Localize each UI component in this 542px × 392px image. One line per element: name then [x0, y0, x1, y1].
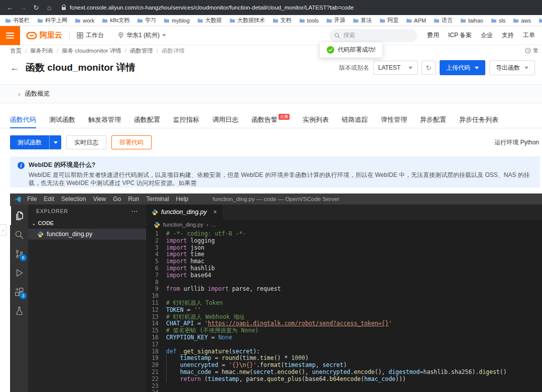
code-token: .: [350, 368, 354, 375]
bookmark-item[interactable]: 语言: [434, 17, 453, 24]
bookmark-item[interactable]: 阿里: [379, 17, 398, 24]
menu-item[interactable]: View: [89, 195, 109, 203]
tab-item[interactable]: 调用日志: [212, 111, 238, 128]
menu-item[interactable]: Help: [173, 195, 192, 203]
back-icon[interactable]: ←: [4, 4, 16, 12]
console-search-input[interactable]: 搜索: [329, 29, 417, 42]
line-number: 7: [146, 272, 166, 279]
menu-item[interactable]: File: [24, 195, 40, 203]
breadcrumb-item[interactable]: 函数详情: [162, 47, 185, 55]
menu-item[interactable]: Selection: [58, 195, 89, 203]
tab-item[interactable]: 函数代码: [10, 111, 36, 128]
region-selector[interactable]: 华东1 (杭州): [118, 31, 166, 40]
region-label: 华东1 (杭州): [126, 31, 160, 40]
bookmark-item[interactable]: 大数据: [197, 17, 222, 24]
console-nav-item[interactable]: 支持: [502, 31, 514, 40]
breadcrumb-item[interactable]: 服务列表: [30, 47, 53, 55]
more-actions-icon[interactable]: ⋯: [131, 208, 138, 215]
address-bar[interactable]: fcnext.console.aliyun.com/cn-hangzhou/se…: [61, 5, 354, 11]
bookmark-item[interactable]: aws: [513, 18, 531, 24]
menu-item[interactable]: Terminal: [143, 195, 172, 203]
back-button[interactable]: ←: [10, 63, 19, 73]
editor-tab[interactable]: function_ding.py ×: [146, 205, 222, 220]
console-nav-item[interactable]: ICP 备案: [448, 31, 472, 40]
code-editor[interactable]: 1# -*- coding: utf-8 -*-2import logging3…: [146, 230, 542, 392]
function-overview-section[interactable]: › 函数概览: [0, 84, 542, 103]
test-function-button[interactable]: 测试函数: [10, 135, 61, 149]
version-select[interactable]: LATEST: [373, 61, 418, 75]
tab-item[interactable]: 监控指标: [173, 111, 199, 128]
menu-item[interactable]: Edit: [40, 195, 58, 203]
file-item[interactable]: function_ding.py: [28, 229, 146, 240]
bookmark-item[interactable]: APM: [406, 18, 426, 24]
console-nav-item[interactable]: 工单: [523, 31, 535, 40]
bookmark-label: 大数据: [205, 17, 222, 24]
search-icon[interactable]: [10, 225, 28, 244]
bookmark-item[interactable]: sls: [491, 18, 505, 24]
browser-toolbar: ← → ↻ ⌂ fcnext.console.aliyun.com/cn-han…: [0, 0, 542, 15]
bookmark-item[interactable]: 文档: [273, 17, 292, 24]
live-log-button[interactable]: 实时日志: [66, 135, 106, 149]
breadcrumb-item[interactable]: 首页: [10, 47, 22, 55]
export-function-button[interactable]: 导出函数: [489, 60, 535, 75]
code-token: (: [361, 375, 364, 382]
tab-label: 链路追踪: [342, 115, 368, 124]
bookmark-item[interactable]: 书签栏: [5, 17, 30, 24]
testing-icon[interactable]: [10, 301, 28, 320]
menu-item[interactable]: Run: [124, 195, 143, 203]
home-icon[interactable]: ⌂: [43, 4, 55, 12]
workbench-link[interactable]: 工作台: [77, 31, 104, 40]
close-tab-icon[interactable]: ×: [213, 209, 217, 216]
code-token: timestamp: [180, 354, 211, 361]
notice-body: WebIDE 是可以帮助开发者快速进行代码测试，以及项目构建、依赖安装，但是 W…: [29, 171, 532, 187]
bookmark-item[interactable]: devops: [538, 18, 542, 24]
explorer-section-code[interactable]: ⌄ CODE: [28, 218, 146, 229]
extensions-icon[interactable]: 3: [10, 282, 28, 301]
editor-breadcrumb[interactable]: function_ding.py › ...: [146, 220, 542, 230]
test-function-dropdown[interactable]: [49, 135, 61, 149]
console-nav-item[interactable]: 费用: [427, 31, 439, 40]
bookmark-item[interactable]: taihao: [460, 18, 483, 24]
bookmark-item[interactable]: myblog: [164, 18, 189, 24]
chevron-down-icon: ⌄: [32, 221, 36, 226]
bookmark-item[interactable]: k8s文档: [102, 17, 129, 24]
code-line: 6import hashlib: [146, 265, 542, 272]
deploy-code-button[interactable]: 部署代码: [111, 135, 152, 149]
refresh-button[interactable]: ↻: [422, 61, 436, 75]
source-control-icon[interactable]: 6: [10, 244, 28, 263]
reload-icon[interactable]: ↻: [30, 4, 42, 12]
explorer-icon[interactable]: [10, 206, 28, 225]
tab-item[interactable]: 异步任务列表: [459, 111, 498, 128]
tab-item[interactable]: 触发器管理: [88, 111, 121, 128]
aliyun-logo[interactable]: 阿里云: [26, 31, 62, 40]
code-token: encode: [354, 368, 375, 375]
bookmark-item[interactable]: 大数据技术: [229, 17, 265, 24]
tab-item[interactable]: 弹性管理: [381, 111, 407, 128]
tab-item[interactable]: 函数告警公测: [251, 111, 290, 128]
tab-item[interactable]: 测试函数: [49, 111, 75, 128]
bookmark-item[interactable]: 开源: [326, 17, 345, 24]
tab-item[interactable]: 异步配置: [420, 111, 446, 128]
expand-panel-button[interactable]: ›: [0, 224, 7, 236]
bookmark-item[interactable]: 科学上网: [37, 17, 67, 24]
tab-item[interactable]: 函数配置: [134, 111, 160, 128]
bookmark-item[interactable]: 算法: [353, 17, 372, 24]
breadcrumb-item[interactable]: 函数管理: [130, 47, 153, 55]
run-debug-icon[interactable]: [10, 263, 28, 282]
bookmark-item[interactable]: 学习: [137, 17, 156, 24]
upload-code-button[interactable]: 上传代码: [440, 60, 485, 75]
menu-item[interactable]: Go: [109, 195, 124, 203]
workbench-label: 工作台: [86, 31, 104, 40]
code-token: ,: [316, 361, 323, 368]
breadcrumb-item[interactable]: 服务 cloudmonitor 详情: [62, 47, 121, 55]
tab-item[interactable]: 实例列表: [303, 111, 329, 128]
tab-item[interactable]: 链路追踪: [342, 111, 368, 128]
hamburger-menu-icon[interactable]: [0, 26, 20, 45]
quick-access[interactable]: 常: [525, 47, 542, 55]
bookmark-item[interactable]: tools: [299, 18, 319, 24]
console-nav-item[interactable]: 企业: [481, 31, 493, 40]
tab-label: 调用日志: [212, 115, 238, 124]
forward-icon[interactable]: →: [17, 4, 29, 12]
bookmark-item[interactable]: work: [75, 18, 94, 24]
code-line: 10: [146, 293, 542, 300]
